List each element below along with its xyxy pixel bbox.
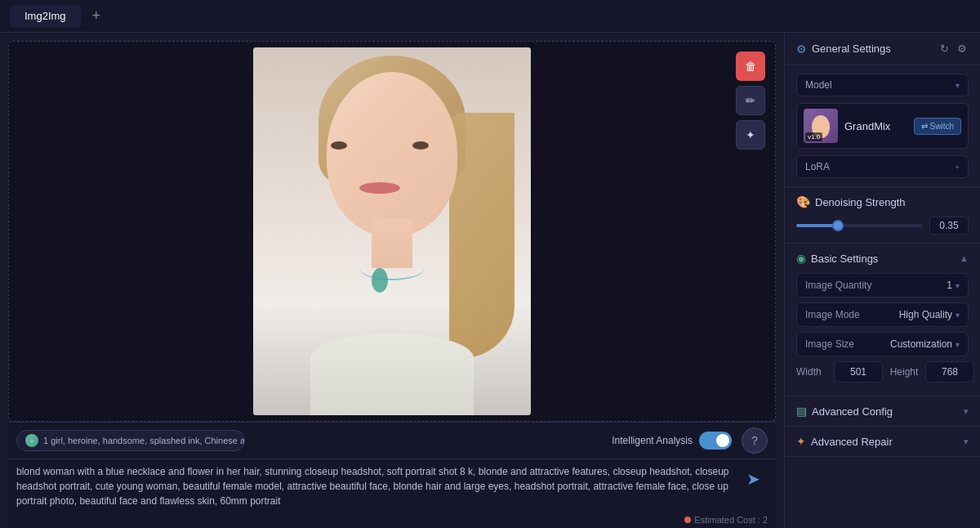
model-card: v1.0 GrandMix ⇄ Switch (796, 103, 969, 149)
gear-button[interactable]: ⚙ (956, 41, 969, 56)
image-size-value: Customization ▾ (890, 338, 960, 350)
advanced-repair-label: Advanced Repair (811, 436, 893, 448)
image-size-text: Customization (890, 338, 952, 350)
prompt-top-bar: ◈ 1 girl, heroine, handsome, splashed in… (8, 423, 776, 459)
basic-settings-title: ◉ Basic Settings (796, 252, 878, 265)
advanced-repair-header[interactable]: ✦ Advanced Repair ▾ (796, 435, 969, 448)
prompt-tag[interactable]: ◈ 1 girl, heroine, handsome, splashed in… (16, 430, 245, 451)
trash-icon: 🗑 (745, 60, 756, 73)
cost-bar: Estimated Cost : 2 (8, 513, 776, 528)
denoising-section: 🎨 Denoising Strength 0.35 (785, 187, 980, 244)
sparkle-icon: ✦ (746, 128, 755, 141)
canvas-wrapper: 🗑 ✏ ✦ (8, 41, 776, 422)
tab-img2img[interactable]: Img2Img (10, 5, 81, 27)
basic-settings-header[interactable]: ◉ Basic Settings ▲ (796, 252, 969, 265)
tab-bar: Img2Img + (0, 0, 980, 33)
basic-settings-section: ◉ Basic Settings ▲ Image Quantity 1 ▾ Im… (785, 244, 980, 396)
model-select[interactable]: Model ▾ (796, 74, 969, 96)
advanced-config-label: Advanced Config (812, 405, 893, 418)
pencil-icon: ✏ (746, 94, 755, 107)
image-quantity-label: Image Quantity (805, 280, 871, 291)
basic-settings-icon: ◉ (796, 252, 806, 265)
model-version: v1.0 (805, 132, 822, 141)
prompt-text-area: blond woman with a blue necklace and flo… (8, 459, 776, 513)
portrait-necklace (359, 256, 425, 280)
denoising-header: 🎨 Denoising Strength (796, 195, 969, 208)
image-mode-value: High Quality ▾ (899, 309, 960, 320)
advanced-config-section: ▤ Advanced Config ▾ (785, 396, 980, 427)
portrait-body (310, 333, 474, 415)
portrait-face (327, 72, 457, 235)
advanced-repair-section: ✦ Advanced Repair ▾ (785, 427, 980, 457)
image-quantity-row[interactable]: Image Quantity 1 ▾ (796, 273, 969, 298)
advanced-config-title: ▤ Advanced Config (796, 405, 893, 418)
help-button[interactable]: ? (742, 427, 768, 454)
slider-thumb[interactable] (832, 220, 844, 231)
lora-add-icon: + (955, 163, 960, 172)
quantity-chevron-icon: ▾ (956, 281, 960, 290)
image-quantity-text: 1 (947, 280, 952, 291)
denoising-slider-row: 0.35 (796, 217, 969, 235)
section-actions: ↻ ⚙ (938, 41, 969, 56)
send-button[interactable]: ➤ (738, 464, 768, 494)
cost-label: Estimated Cost : 2 (694, 515, 768, 525)
canvas-image (253, 47, 531, 415)
basic-settings-label: Basic Settings (811, 253, 878, 265)
model-thumbnail: v1.0 (804, 109, 838, 143)
denoising-title: Denoising Strength (815, 196, 906, 208)
advanced-config-icon: ▤ (796, 405, 807, 418)
height-label: Height (888, 366, 920, 378)
image-mode-text: High Quality (899, 309, 952, 320)
canvas-area: 🗑 ✏ ✦ ◈ 1 girl, heroine, handsome, splas… (0, 33, 784, 528)
prompt-tag-text: 1 girl, heroine, handsome, splashed ink,… (43, 436, 245, 445)
prompt-area: ◈ 1 girl, heroine, handsome, splashed in… (8, 422, 776, 528)
image-quantity-value: 1 ▾ (947, 280, 960, 291)
cost-dot (684, 517, 691, 523)
model-chevron-icon: ▾ (956, 81, 960, 90)
width-label: Width (796, 366, 829, 378)
model-section: Model ▾ v1.0 GrandMix ⇄ Switch LoRA + (785, 65, 980, 187)
advanced-repair-icon: ✦ (796, 435, 806, 448)
right-panel: ⚙ General Settings ↻ ⚙ Model ▾ v1.0 Gran… (784, 33, 980, 528)
basic-settings-chevron-icon: ▲ (960, 253, 969, 263)
width-input[interactable] (834, 361, 883, 383)
lora-label: LoRA (805, 161, 830, 172)
model-name: GrandMix (844, 120, 890, 132)
image-size-label: Image Size (805, 338, 854, 350)
switch-icon: ⇄ (921, 122, 928, 131)
settings-icon: ⚙ (796, 43, 807, 56)
denoising-slider[interactable] (796, 224, 923, 227)
general-settings-label: General Settings (812, 43, 891, 55)
image-size-row[interactable]: Image Size Customization ▾ (796, 332, 969, 356)
height-input[interactable] (925, 361, 974, 383)
lora-select[interactable]: LoRA + (796, 155, 969, 178)
refresh-button[interactable]: ↻ (938, 41, 951, 56)
image-mode-label: Image Mode (805, 309, 860, 320)
edit-button[interactable]: ✏ (736, 86, 765, 115)
model-label: Model (805, 79, 832, 91)
size-inputs: Width Height (796, 361, 969, 383)
intelligent-analysis-toggle[interactable] (699, 432, 732, 450)
advanced-repair-title: ✦ Advanced Repair (796, 435, 893, 448)
switch-label: Switch (930, 122, 954, 131)
size-chevron-icon: ▾ (956, 340, 960, 349)
switch-button[interactable]: ⇄ Switch (914, 118, 961, 135)
mode-chevron-icon: ▾ (956, 311, 960, 320)
intelligent-analysis-label: Intelligent Analysis (612, 435, 693, 446)
delete-button[interactable]: 🗑 (736, 51, 765, 81)
toggle-knob (716, 434, 729, 447)
denoising-icon: 🎨 (796, 195, 810, 208)
general-settings-header: ⚙ General Settings ↻ ⚙ (785, 33, 980, 65)
general-settings-title: ⚙ General Settings (796, 43, 891, 56)
tag-icon: ◈ (25, 434, 38, 447)
denoising-value: 0.35 (929, 217, 969, 235)
main-layout: 🗑 ✏ ✦ ◈ 1 girl, heroine, handsome, splas… (0, 33, 980, 528)
image-mode-row[interactable]: Image Mode High Quality ▾ (796, 302, 969, 327)
advanced-config-header[interactable]: ▤ Advanced Config ▾ (796, 405, 969, 418)
advanced-config-chevron-icon: ▾ (964, 406, 969, 417)
send-icon: ➤ (746, 469, 760, 489)
magic-button[interactable]: ✦ (736, 120, 765, 150)
prompt-text[interactable]: blond woman with a blue necklace and flo… (16, 464, 732, 508)
portrait (253, 47, 531, 415)
tab-add-button[interactable]: + (86, 6, 108, 26)
